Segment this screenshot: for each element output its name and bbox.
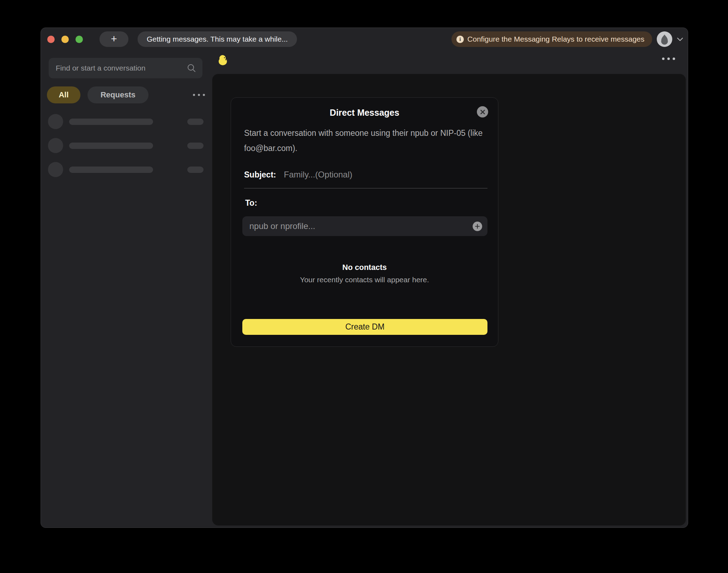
subject-divider [244,188,487,188]
sidebar: All Requests [41,51,212,527]
empty-contacts-state: No contacts Your recently contacts will … [231,263,498,284]
skeleton-avatar [48,138,63,153]
subject-row: Subject: [244,170,486,180]
subject-input[interactable] [284,170,486,180]
chevron-down-icon[interactable] [677,37,683,41]
tab-requests[interactable]: Requests [87,86,148,103]
main-header [212,51,688,74]
dialog-close-button[interactable] [477,106,488,117]
skeleton-time-bar [187,167,204,173]
conversation-skeleton-list [41,110,212,182]
add-recipient-button[interactable] [473,222,482,231]
sidebar-more-icon[interactable] [193,94,205,96]
conversation-search[interactable] [49,58,202,78]
info-icon: i [456,36,464,43]
tab-all-label: All [59,90,68,99]
new-chat-button[interactable]: + [99,31,128,47]
status-badge: Getting messages. This may take a while.… [138,31,297,47]
user-avatar[interactable] [657,31,672,47]
status-text: Getting messages. This may take a while.… [147,35,288,43]
subject-label: Subject: [244,170,276,180]
dialog-description: Start a conversation with someone using … [244,126,485,156]
conversation-skeleton-row [41,134,212,158]
skeleton-name-bar [69,143,153,149]
recipient-field[interactable] [242,216,487,236]
titlebar: + Getting messages. This may take a whil… [41,28,688,51]
conversation-skeleton-row [41,110,212,134]
minimize-window-button[interactable] [61,36,69,43]
conversation-filter-tabs: All Requests [47,86,205,103]
dialog-title: Direct Messages [231,108,498,118]
empty-subtitle: Your recently contacts will appear here. [231,276,498,284]
empty-title: No contacts [231,263,498,272]
to-label: To: [245,198,257,208]
direct-messages-dialog: Direct Messages Start a conversation wit… [231,97,498,347]
skeleton-time-bar [187,143,204,149]
recipient-input[interactable] [242,221,473,231]
close-icon [480,109,485,115]
main-more-icon[interactable] [662,58,675,60]
skeleton-name-bar [69,167,153,173]
skeleton-avatar [48,162,63,177]
skeleton-avatar [48,114,63,129]
create-dm-button[interactable]: Create DM [242,319,487,335]
traffic-lights [47,36,83,43]
close-window-button[interactable] [47,36,55,43]
plus-icon: + [111,33,117,45]
default-avatar-icon [657,31,672,47]
search-input[interactable] [49,64,187,72]
tab-requests-label: Requests [101,90,135,99]
search-icon [187,64,196,73]
conversation-skeleton-row [41,158,212,182]
relay-warning-text: Configure the Messaging Relays to receiv… [467,35,644,43]
relay-warning-banner[interactable]: i Configure the Messaging Relays to rece… [451,31,652,47]
app-window: + Getting messages. This may take a whil… [41,28,688,528]
plus-icon [475,224,480,229]
zoom-window-button[interactable] [75,36,83,43]
chick-logo-icon [217,55,229,67]
tab-all[interactable]: All [47,86,80,103]
skeleton-name-bar [69,119,153,125]
skeleton-time-bar [187,119,204,125]
